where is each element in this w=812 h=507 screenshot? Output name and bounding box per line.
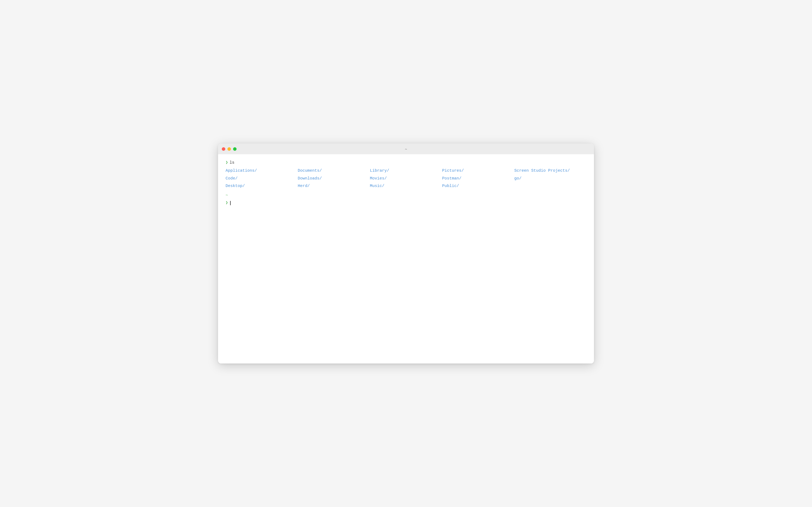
new-prompt-arrow: ❯ — [225, 200, 228, 206]
directory-item: Applications/ — [225, 167, 298, 175]
directory-item: Downloads/ — [298, 175, 370, 183]
title-bar: ~ — [218, 144, 594, 154]
prompt-arrow: ❯ — [225, 160, 228, 166]
tilde-prompt: ~ — [225, 192, 587, 199]
terminal-window: ~ ❯ ls Applications/Documents/Library/Pi… — [218, 144, 594, 363]
cursor — [230, 201, 231, 205]
directory-item: go/ — [514, 175, 587, 183]
directory-item: Desktop/ — [225, 182, 298, 190]
directory-item: Movies/ — [370, 175, 442, 183]
directory-item — [514, 182, 587, 190]
directory-item: Documents/ — [298, 167, 370, 175]
directory-listing: Applications/Documents/Library/Pictures/… — [225, 167, 587, 190]
prompt-command: ls — [230, 160, 235, 166]
close-button[interactable] — [222, 147, 225, 151]
directory-item: Postman/ — [442, 175, 514, 183]
new-prompt-line: ❯ — [225, 200, 587, 206]
directory-item: Code/ — [225, 175, 298, 183]
directory-item: Pictures/ — [442, 167, 514, 175]
traffic-lights — [222, 147, 237, 151]
command-line: ❯ ls — [225, 160, 587, 166]
directory-item: Herd/ — [298, 182, 370, 190]
directory-item: Music/ — [370, 182, 442, 190]
minimize-button[interactable] — [227, 147, 231, 151]
maximize-button[interactable] — [233, 147, 237, 151]
directory-item: Screen Studio Projects/ — [514, 167, 587, 175]
directory-item: Public/ — [442, 182, 514, 190]
directory-item: Library/ — [370, 167, 442, 175]
window-title: ~ — [405, 147, 407, 151]
terminal-content[interactable]: ❯ ls Applications/Documents/Library/Pict… — [218, 154, 594, 363]
